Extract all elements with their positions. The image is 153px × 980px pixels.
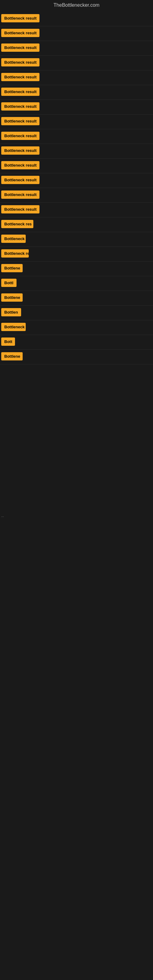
bottleneck-badge[interactable]: Bottleneck result (1, 205, 40, 213)
site-title: TheBottlenecker.com (0, 0, 153, 12)
bottleneck-badge[interactable]: Bottleneck result (1, 132, 40, 140)
bottleneck-badge[interactable]: Bottleneck result (1, 14, 40, 22)
bottleneck-badge[interactable]: Bottl (1, 279, 16, 287)
bottleneck-badge[interactable]: Bottleneck result (1, 73, 40, 81)
result-row[interactable]: Bottleneck result (0, 203, 153, 218)
result-row[interactable]: Bottlene (0, 350, 153, 364)
bottleneck-badge[interactable]: Bottleneck result (1, 102, 40, 111)
result-row[interactable]: Bottleneck result (0, 85, 153, 100)
result-row[interactable]: Bottleneck result (0, 159, 153, 173)
result-row[interactable]: Bottleneck result (0, 70, 153, 85)
bottleneck-badge[interactable]: Bottleneck re (1, 249, 29, 258)
bottleneck-badge[interactable]: Bottleneck result (1, 58, 40, 67)
result-row[interactable]: Bottleneck (0, 232, 153, 247)
result-row[interactable]: Bottleneck result (0, 173, 153, 188)
bottleneck-badge[interactable]: Bottleneck result (1, 29, 40, 37)
result-row[interactable]: Bottleneck result (0, 144, 153, 159)
result-row[interactable]: Bottleneck result (0, 41, 153, 56)
results-container: Bottleneck resultBottleneck resultBottle… (0, 12, 153, 364)
bottom-spacer (0, 520, 153, 765)
bottleneck-badge[interactable]: Bottleneck (1, 323, 26, 331)
result-row[interactable]: Bottlene (0, 291, 153, 305)
bottleneck-badge[interactable]: Bott (1, 337, 15, 346)
result-row[interactable]: Bottlene (0, 261, 153, 276)
bottleneck-badge[interactable]: Bottlene (1, 293, 22, 302)
result-row[interactable]: Bottleneck result (0, 188, 153, 203)
result-row[interactable]: Bottleneck result (0, 26, 153, 41)
bottleneck-badge[interactable]: Bottleneck result (1, 43, 40, 52)
result-row[interactable]: Bottleneck result (0, 56, 153, 70)
bottleneck-badge[interactable]: Bottlene (1, 352, 22, 360)
result-row[interactable]: Bottleneck re (0, 247, 153, 261)
bottleneck-badge[interactable]: Bottleneck result (1, 117, 40, 125)
bottleneck-badge[interactable]: Bottleneck res (1, 220, 33, 228)
bottleneck-badge[interactable]: Bottleneck result (1, 146, 40, 155)
result-row[interactable]: Bottleneck res (0, 218, 153, 232)
bottleneck-badge[interactable]: Bottleneck result (1, 88, 40, 96)
bottleneck-badge[interactable]: Bottleneck (1, 235, 26, 243)
spacer-region (0, 364, 153, 511)
result-row[interactable]: Bottleneck result (0, 129, 153, 144)
result-row[interactable]: Bottleneck result (0, 115, 153, 129)
result-row[interactable]: Bott (0, 335, 153, 350)
result-row[interactable]: Bottleneck result (0, 12, 153, 26)
result-row[interactable]: Bottleneck (0, 320, 153, 335)
ellipsis-indicator: ... (0, 511, 153, 520)
result-row[interactable]: Bottl (0, 276, 153, 291)
bottleneck-badge[interactable]: Bottlen (1, 308, 21, 317)
bottleneck-badge[interactable]: Bottleneck result (1, 191, 40, 199)
bottleneck-badge[interactable]: Bottleneck result (1, 161, 40, 169)
result-row[interactable]: Bottleneck result (0, 100, 153, 115)
bottleneck-badge[interactable]: Bottlene (1, 264, 22, 272)
bottleneck-badge[interactable]: Bottleneck result (1, 176, 40, 184)
result-row[interactable]: Bottlen (0, 305, 153, 320)
